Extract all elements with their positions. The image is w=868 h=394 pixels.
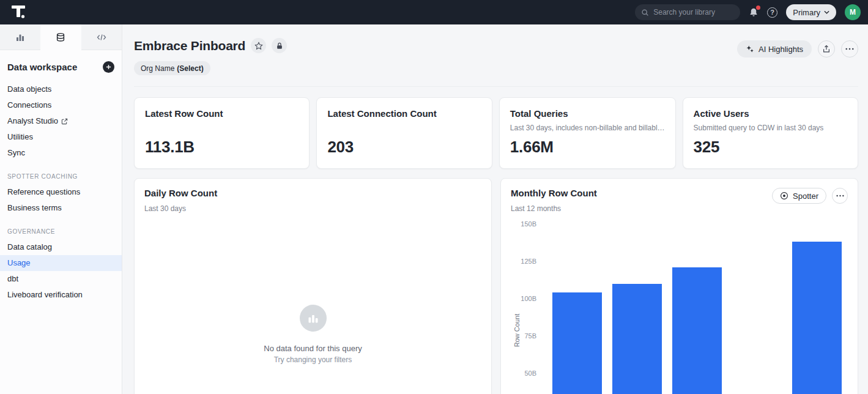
sidebar-item-data-catalog[interactable]: Data catalog [0,239,122,255]
empty-state-title: No data found for this query [135,344,491,353]
sidebar-item-label: Connections [7,101,51,110]
chevron-down-icon [824,10,829,14]
panel-subtitle: Last 12 months [511,204,597,213]
sidebar-item-label: Liveboard verification [7,291,83,299]
more-options-button[interactable] [841,40,858,58]
kpi-title: Latest Row Count [145,108,299,119]
spotter-label: Spotter [793,191,818,201]
star-icon [254,42,263,50]
workspace-title: Data workspace [7,62,77,72]
monthly-chart-plot: Row Count 150B125B100B75B50B [511,224,848,394]
external-link-icon [61,118,68,125]
search-icon [641,9,649,17]
empty-state-hint: Try changing your filters [135,355,491,364]
help-icon[interactable]: ? [767,7,777,18]
notifications-bell-icon[interactable] [749,7,759,17]
chart-bar[interactable] [552,292,602,394]
kpi-subtitle: Last 30 days, includes non-billable and … [510,124,665,132]
sidebar-item-utilities[interactable]: Utilities [0,129,122,145]
panel-head-left: Daily Row Count Last 30 days [144,188,217,213]
kpi-subtitle: Submitted query to CDW in last 30 days [694,124,847,132]
kpi-card-active-users[interactable]: Active Users Submitted query to CDW in l… [683,97,858,169]
sidebar-item-sync[interactable]: Sync [0,145,122,161]
add-new-button[interactable] [103,61,114,73]
page-header: Embrace Pinboard [134,24,858,87]
chart-bar[interactable] [672,267,722,394]
sidebar-item-liveboard-verification[interactable]: Liveboard verification [0,287,122,303]
sidebar-item-label: Analyst Studio [7,117,58,125]
org-switcher-dropdown[interactable]: Primary [786,4,836,20]
user-avatar[interactable]: M [845,4,861,20]
sidebar-item-label: Usage [7,259,31,267]
tab-data-workspace[interactable] [40,24,81,50]
main-content: Embrace Pinboard [122,24,868,394]
kpi-value: 1.66M [510,138,665,157]
sidebar-item-data-objects[interactable]: Data objects [0,81,122,97]
sidebar-item-dbt[interactable]: dbt [0,271,122,287]
sidebar-item-label: Data catalog [7,243,52,251]
chart-bar[interactable] [612,284,662,394]
shell: Data workspace Data objects Connections … [0,24,868,394]
panel-title: Daily Row Count [144,188,217,198]
y-tick-label: 100B [511,294,536,303]
share-button[interactable] [818,40,835,58]
y-tick-label: 50B [511,369,536,377]
filter-chip-state: (Select) [177,64,203,73]
ellipsis-icon [836,195,844,197]
sidebar-item-connections[interactable]: Connections [0,97,122,113]
panel-head-left: Monthly Row Count Last 12 months [511,188,597,213]
page-header-actions: AI Highlights [737,40,858,58]
sidebar-item-reference-questions[interactable]: Reference questions [0,184,122,200]
filter-chip-name: Org Name [141,64,174,73]
bar-chart-icon [15,32,25,42]
empty-chart-icon [300,305,327,332]
kpi-card-latest-row-count[interactable]: Latest Row Count 113.1B [134,97,310,169]
ai-highlights-button[interactable]: AI Highlights [737,40,812,58]
section-title-governance: GOVERNANCE [0,216,122,239]
spotter-button[interactable]: Spotter [772,188,826,204]
spotter-icon [780,191,788,200]
empty-state: No data found for this query Try changin… [135,305,491,364]
panel-daily-row-count: Daily Row Count Last 30 days No [134,178,492,394]
panel-more-options-button[interactable] [832,188,848,204]
y-tick-label: 75B [511,332,536,340]
sidebar: Data workspace Data objects Connections … [0,24,122,394]
kpi-title: Latest Connection Count [327,108,481,119]
panel-head: Monthly Row Count Last 12 months [511,188,848,213]
sidebar-item-business-terms[interactable]: Business terms [0,200,122,216]
panel-title: Monthly Row Count [511,188,597,198]
kpi-card-total-queries[interactable]: Total Queries Last 30 days, includes non… [499,97,676,169]
panel-head: Daily Row Count Last 30 days [144,188,481,213]
kpi-card-latest-connection-count[interactable]: Latest Connection Count 203 [316,97,492,169]
topbar: ? Primary M [0,0,868,24]
privacy-lock-button[interactable] [272,38,287,53]
sidebar-tabs [0,24,122,50]
org-name-filter-chip[interactable]: Org Name (Select) [134,61,210,75]
kpi-value: 113.1B [145,138,299,157]
title-row: Embrace Pinboard [134,38,287,53]
sidebar-item-analyst-studio[interactable]: Analyst Studio [0,113,122,129]
sidebar-item-label: Reference questions [7,188,80,196]
favorite-star-button[interactable] [251,38,266,53]
kpi-title: Total Queries [510,108,665,119]
ai-highlights-label: AI Highlights [759,45,803,54]
workspace-header: Data workspace [0,50,122,81]
page-header-left: Embrace Pinboard [134,38,287,75]
kpi-value: 325 [694,138,847,157]
tab-developer-code[interactable] [81,24,122,50]
thoughtspot-logo-icon[interactable] [10,4,28,20]
tab-insights-charts[interactable] [0,24,40,50]
search-input[interactable] [653,8,734,17]
database-icon [56,32,65,42]
sidebar-item-usage[interactable]: Usage [0,255,122,271]
y-axis-title: Row Count [513,314,521,347]
sidebar-item-label: Business terms [7,204,62,212]
panel-subtitle: Last 30 days [144,204,217,213]
panel-grid: Daily Row Count Last 30 days No [134,178,858,394]
sidebar-item-label: Data objects [7,85,51,94]
sidebar-item-label: Sync [7,149,25,157]
chart-bar[interactable] [792,242,842,394]
share-icon [822,45,831,53]
lock-icon [276,42,283,50]
library-search[interactable] [635,4,740,20]
